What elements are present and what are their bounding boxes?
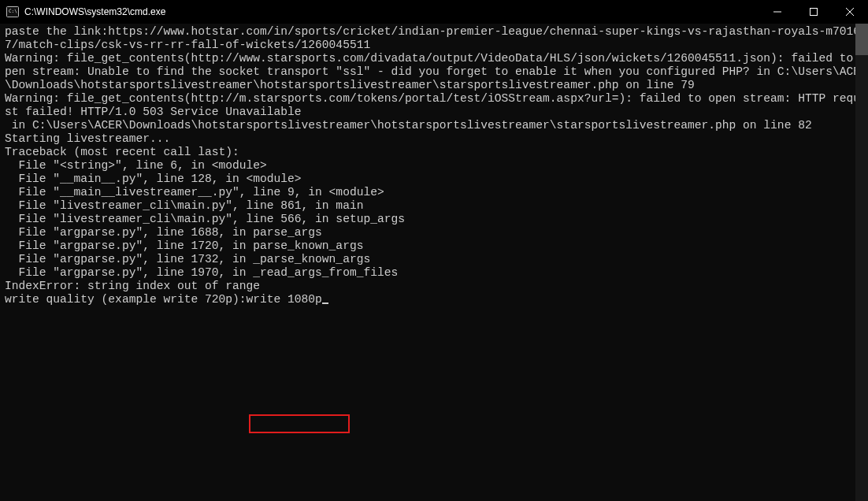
terminal-line: File "argparse.py", line 1720, in parse_… <box>5 239 868 253</box>
svg-rect-3 <box>811 9 818 16</box>
terminal-line: IndexError: string index out of range <box>5 280 868 293</box>
prompt-line[interactable]: write quality (example write 720p):write… <box>5 293 868 306</box>
cursor <box>322 302 328 304</box>
terminal-line: File "argparse.py", line 1732, in _parse… <box>5 253 868 266</box>
terminal-line: in C:\Users\ACER\Downloads\hotstarsports… <box>5 119 868 132</box>
terminal-line: File "<string>", line 6, in <module> <box>5 159 868 173</box>
terminal-line: Starting livestreamer... <box>5 132 868 146</box>
close-button[interactable] <box>832 0 868 24</box>
terminal-line: File "livestreamer_cli\main.py", line 56… <box>5 213 868 226</box>
window-title: C:\WINDOWS\system32\cmd.exe <box>24 6 165 17</box>
terminal[interactable]: paste the link:https://www.hotstar.com/i… <box>0 24 868 501</box>
terminal-line: Warning: file_get_contents(http://www.st… <box>5 52 868 92</box>
terminal-line: File "livestreamer_cli\main.py", line 86… <box>5 199 868 213</box>
terminal-line: paste the link:https://www.hotstar.com/i… <box>5 25 868 52</box>
prompt-input[interactable]: write 1080p <box>247 293 322 306</box>
scrollbar-thumb[interactable] <box>855 24 868 55</box>
vertical-scrollbar[interactable] <box>855 24 868 501</box>
maximize-button[interactable] <box>796 0 832 24</box>
prompt-text: write quality (example write 720p): <box>5 293 247 306</box>
titlebar[interactable]: C:\ C:\WINDOWS\system32\cmd.exe <box>0 0 868 24</box>
cmd-icon: C:\ <box>6 6 19 18</box>
terminal-line: File "__main__.py", line 128, in <module… <box>5 173 868 186</box>
terminal-output: paste the link:https://www.hotstar.com/i… <box>5 25 868 293</box>
minimize-button[interactable] <box>759 0 796 24</box>
terminal-line: File "argparse.py", line 1688, in parse_… <box>5 226 868 239</box>
window-controls <box>759 0 868 24</box>
terminal-line: File "argparse.py", line 1970, in _read_… <box>5 266 868 280</box>
terminal-line: Warning: file_get_contents(http://m.star… <box>5 92 868 119</box>
terminal-line: Traceback (most recent call last): <box>5 146 868 159</box>
svg-text:C:\: C:\ <box>9 8 17 13</box>
terminal-line: File "__main__livestreamer__.py", line 9… <box>5 186 868 199</box>
cmd-window: C:\ C:\WINDOWS\system32\cmd.exe paste th… <box>0 0 868 501</box>
